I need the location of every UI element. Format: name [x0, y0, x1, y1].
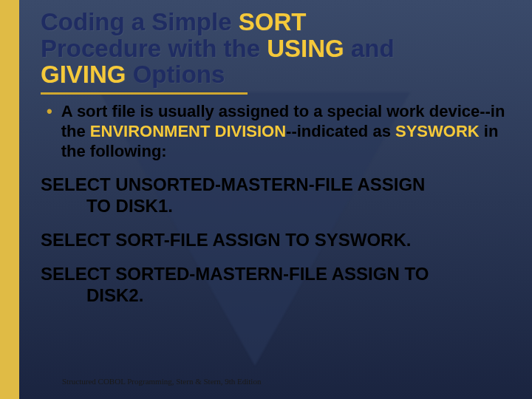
- title-text: Options: [126, 61, 225, 88]
- bullet-highlight-syswork: SYSWORK: [395, 122, 480, 140]
- code-text: SELECT SORT-FILE ASSIGN TO SYSWORK.: [41, 230, 411, 250]
- title-text: and: [344, 35, 395, 62]
- title-highlight-using: USING: [267, 35, 344, 62]
- code-select-unsorted: SELECT UNSORTED-MASTERN-FILE ASSIGN TO D…: [41, 174, 510, 216]
- slide-footer: Structured COBOL Programming, Stern & St…: [62, 377, 261, 386]
- title-highlight-sort: SORT: [239, 8, 307, 35]
- code-text: SELECT UNSORTED-MASTERN-FILE ASSIGN: [41, 174, 425, 194]
- title-text: Coding a Simple: [41, 8, 239, 35]
- code-select-sorted: SELECT SORTED-MASTERN-FILE ASSIGN TO DIS…: [41, 264, 510, 306]
- code-text: SELECT SORTED-MASTERN-FILE ASSIGN TO: [41, 264, 429, 284]
- bullet-highlight-env: ENVIRONMENT DIVISION: [90, 122, 286, 140]
- title-text: Procedure with the: [41, 35, 267, 62]
- bullet-text: A sort file is usually assigned to a spe…: [61, 102, 510, 161]
- title-highlight-giving: GIVING: [41, 61, 126, 88]
- slide-content: Coding a Simple SORT Procedure with the …: [0, 0, 532, 399]
- code-select-sortfile: SELECT SORT-FILE ASSIGN TO SYSWORK.: [41, 230, 510, 250]
- code-text: DISK2.: [41, 285, 510, 306]
- bullet-fragment: --indicated as: [286, 122, 395, 140]
- bullet-dot-icon: •: [47, 102, 52, 161]
- code-text: TO DISK1.: [41, 196, 510, 216]
- slide-title: Coding a Simple SORT Procedure with the …: [41, 9, 510, 95]
- bullet-item: • A sort file is usually assigned to a s…: [47, 102, 510, 161]
